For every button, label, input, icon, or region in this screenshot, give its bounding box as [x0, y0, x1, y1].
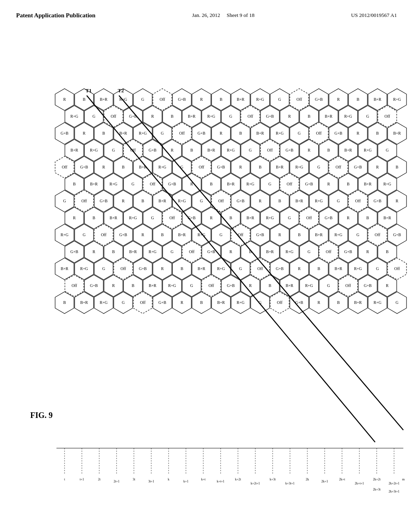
hex-label-1-0: R+G	[70, 114, 78, 118]
hex-label-5-11: Off	[287, 182, 292, 186]
hex-label-3-15: R+G	[364, 148, 372, 152]
hex-label-10-5: R	[161, 266, 164, 271]
hex-label-7-9: B+R	[246, 216, 254, 220]
hex-label-9-4: R+G	[148, 249, 156, 254]
hex-label-11-14: Off	[345, 283, 351, 288]
hex-label-0-6: G+B	[178, 97, 186, 102]
hex-label-7-0: R	[73, 216, 76, 220]
hex-label-3-14: B+R	[344, 148, 352, 152]
hex-label-11-4: B+R	[149, 283, 156, 288]
time-label-2k3t1: 2k+3t+1	[388, 490, 399, 493]
hex-label-0-16: B+R	[373, 97, 381, 102]
hex-label-3-11: G+B	[286, 148, 294, 152]
hex-label-12-2: R+G	[100, 300, 108, 305]
hex-label-11-10: B	[269, 283, 271, 288]
hex-label-0-13: G+B	[315, 97, 323, 102]
hex-label-9-3: B+R	[129, 249, 137, 254]
hex-label-11-15: G+B	[364, 283, 372, 288]
hex-label-4-5: R+G	[159, 165, 167, 169]
hex-label-11-8: G+B	[227, 283, 235, 288]
hex-label-1-6: B+R	[188, 114, 196, 118]
hex-label-4-17: B	[396, 165, 398, 169]
hex-label-5-13: R	[327, 182, 330, 186]
diagram-container: .hex-solid { fill: none; stroke: #000; s…	[24, 55, 409, 490]
hex-label-9-12: G	[308, 249, 311, 254]
hex-label-10-15: R+G	[354, 266, 362, 271]
hex-label-2-3: B+R	[119, 131, 127, 135]
time-label-3t1: 3t+1	[148, 480, 154, 483]
hex-label-1-12: B	[308, 114, 311, 118]
hex-label-9-14: G+B	[344, 249, 352, 254]
hex-label-2-6: Off	[179, 131, 185, 135]
hex-label-2-10: B+R	[256, 131, 264, 135]
hex-label-8-3: G+B	[119, 233, 127, 237]
hex-label-11-12: R+G	[305, 283, 313, 288]
hex-label-2-14: G+B	[334, 131, 342, 135]
hex-label-0-15: B	[357, 97, 359, 102]
hex-label-10-10: Off	[257, 266, 263, 271]
hex-label-3-6: B	[190, 148, 193, 152]
hex-label-3-16: G	[386, 148, 389, 152]
hex-label-5-9: R+G	[246, 182, 254, 186]
hex-label-2-8: R	[220, 131, 223, 135]
hex-label-7-2: B+R	[110, 216, 117, 220]
hex-label-12-0: B	[63, 300, 66, 305]
hex-label-12-4: Off	[140, 300, 146, 305]
hex-label-0-11: G	[278, 97, 281, 102]
hex-label-4-11: B+R	[276, 165, 284, 169]
hex-label-8-2: Off	[101, 233, 106, 237]
hex-label-5-0: B	[73, 182, 76, 186]
hex-label-5-2: R+G	[109, 182, 117, 186]
hex-label-10-14: B+R	[334, 266, 342, 271]
t2-diagonal	[119, 96, 403, 430]
hex-label-4-8: G+B	[217, 165, 225, 169]
hexagon-grid: RBB+RR+GGOffG+BRBB+RR+GGOffG+BRBB+RR+GR+…	[55, 89, 407, 314]
publication-title: Patent Application Publication	[16, 12, 96, 19]
hex-label-6-13: R+G	[315, 199, 323, 203]
publication-date: Jan. 26, 2012	[192, 12, 220, 18]
t2-label: T2	[118, 87, 124, 94]
hex-label-2-12: G	[298, 131, 300, 135]
hex-label-2-0: G+B	[60, 131, 69, 135]
hex-label-1-8: G	[229, 114, 232, 118]
hex-label-2-16: B	[376, 131, 379, 135]
hex-label-3-0: B+R	[71, 148, 78, 152]
time-label-2kt: 2k+t	[339, 478, 346, 481]
time-label-k3t: k+3t	[270, 478, 276, 481]
hex-label-12-3: G	[122, 300, 125, 305]
hex-label-6-16: G+B	[373, 199, 382, 203]
hex-label-9-0: G+B	[70, 249, 78, 254]
t1-label: T1	[86, 87, 92, 94]
hex-label-4-7: Off	[199, 165, 204, 169]
hex-label-9-5: G	[171, 249, 173, 254]
hex-label-11-1: G+B	[90, 283, 98, 288]
hex-label-4-13: G	[317, 165, 320, 169]
hex-label-12-6: R	[181, 300, 184, 305]
hex-label-10-9: G	[239, 266, 242, 271]
hex-label-4-0: Off	[62, 165, 67, 169]
hex-label-9-6: Off	[189, 249, 194, 254]
hex-label-11-7: Off	[209, 283, 214, 288]
hex-label-8-8: G	[219, 233, 222, 237]
hex-label-12-5: G+B	[159, 300, 167, 305]
hex-label-9-16: B	[386, 249, 389, 254]
page-header: Patent Application Publication Jan. 26, …	[0, 0, 413, 23]
hex-label-2-1: R	[83, 131, 86, 135]
hex-label-8-11: R	[278, 233, 281, 237]
hex-label-11-0: Off	[71, 283, 77, 288]
hex-label-3-1: R+G	[90, 148, 98, 152]
hex-label-7-8: B	[229, 216, 232, 220]
hex-label-4-9: R	[239, 165, 242, 169]
figure-9-svg: .hex-solid { fill: none; stroke: #000; s…	[24, 55, 407, 519]
hex-label-6-12: B+R	[295, 199, 303, 203]
hex-label-2-17: B+R	[393, 131, 401, 135]
hex-label-8-13: B+R	[315, 233, 323, 237]
hex-label-1-4: R	[151, 114, 154, 118]
hex-label-9-11: R+G	[286, 249, 294, 254]
hex-label-4-14: Off	[336, 165, 341, 169]
hex-label-8-1: G	[83, 233, 86, 237]
time-label-2k3t: 2k+3t	[373, 488, 381, 491]
hex-label-10-17: Off	[394, 266, 400, 271]
hex-label-3-9: G	[249, 148, 252, 152]
hex-label-5-8: B+R	[227, 182, 235, 186]
